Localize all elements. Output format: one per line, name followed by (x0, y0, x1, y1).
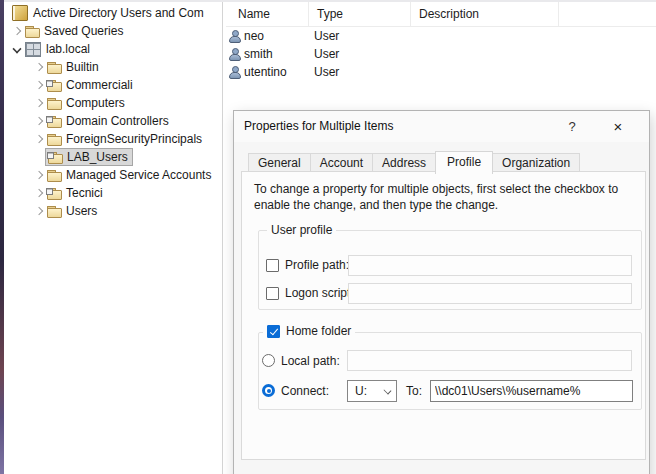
chevron-right-icon[interactable] (31, 185, 47, 201)
chevron-right-icon[interactable] (31, 77, 47, 93)
tab-address[interactable]: Address (373, 153, 436, 172)
tree-item-lab-users[interactable]: LAB_Users (4, 148, 222, 166)
tree-item-label: Active Directory Users and Com (33, 6, 204, 20)
connect-path-input[interactable] (430, 380, 633, 402)
folder-icon (47, 169, 62, 182)
chevron-right-icon[interactable] (31, 203, 47, 219)
user-icon (229, 48, 241, 61)
tree-item-computers[interactable]: Computers (4, 94, 222, 112)
home-folder-checkbox[interactable] (267, 325, 280, 338)
profile-path-input[interactable] (348, 255, 632, 276)
ou-folder-icon (47, 115, 62, 128)
aduc-screenshot: Active Directory Users and Com Saved Que… (0, 0, 656, 474)
tree-item-label: Commerciali (66, 78, 133, 92)
dialog-tabstrip: General Account Address Profile Organiza… (248, 152, 580, 172)
chevron-right-icon[interactable] (31, 167, 47, 183)
tree-item-saved-queries[interactable]: Saved Queries (4, 22, 222, 40)
list-item-smith[interactable]: smith User (226, 45, 656, 63)
tab-account[interactable]: Account (311, 153, 373, 172)
logon-script-input[interactable] (348, 283, 632, 304)
list-cell-type: User (314, 63, 416, 81)
ou-folder-icon (47, 187, 62, 200)
folder-icon (47, 205, 62, 218)
user-icon (229, 30, 241, 43)
list-cell-name: smith (241, 45, 314, 63)
properties-dialog: Properties for Multiple Items ? × Genera… (233, 110, 650, 474)
tree-item-label: ForeignSecurityPrincipals (66, 132, 202, 146)
list-header: Name Type Description (226, 2, 656, 27)
chevron-right-icon[interactable] (9, 23, 25, 39)
home-folder-label: Home folder (286, 324, 351, 338)
tree-item-builtin[interactable]: Builtin (4, 58, 222, 76)
ou-folder-icon (47, 79, 62, 92)
tree-item-domain-controllers[interactable]: Domain Controllers (4, 112, 222, 130)
tree-item-label: LAB_Users (67, 150, 128, 164)
tree-item-managed-service-accounts[interactable]: Managed Service Accounts (4, 166, 222, 184)
profile-tab-page: To change a property for multiple object… (241, 171, 646, 460)
profile-path-label: Profile path: (285, 258, 349, 272)
connect-to-label: To: (406, 384, 422, 398)
tree-item-label: Saved Queries (44, 24, 123, 38)
list-cell-type: User (314, 45, 416, 63)
chevron-placeholder (31, 149, 47, 165)
tree-item-label: Domain Controllers (66, 114, 169, 128)
help-button[interactable]: ? (555, 111, 589, 142)
active-directory-root-icon (12, 5, 28, 21)
connect-label: Connect: (281, 384, 329, 398)
list-cell-type: User (314, 27, 416, 45)
instruction-text: To change a property for multiple object… (254, 181, 639, 213)
column-header-type[interactable]: Type (309, 2, 411, 26)
tab-general[interactable]: General (248, 153, 311, 172)
chevron-right-icon[interactable] (31, 113, 47, 129)
logon-script-label: Logon script: (285, 286, 354, 300)
tree-selection-highlight: LAB_Users (45, 148, 133, 166)
tree-item-label: Users (66, 204, 97, 218)
tree-item-label: Computers (66, 96, 125, 110)
folder-icon (47, 97, 62, 110)
tree-item-users[interactable]: Users (4, 202, 222, 220)
local-path-input[interactable] (347, 350, 632, 371)
user-profile-group-label: User profile (267, 223, 336, 237)
chevron-down-icon[interactable] (9, 41, 25, 57)
folder-icon (25, 25, 40, 38)
home-folder-group: Home folder Local path: Connect: U: To: (258, 332, 642, 410)
logon-script-checkbox[interactable] (266, 287, 279, 300)
tab-organization[interactable]: Organization (493, 153, 580, 172)
list-item-utentino[interactable]: utentino User (226, 63, 656, 81)
column-header-name[interactable]: Name (226, 2, 309, 26)
tree-item-lab-local[interactable]: lab.local (4, 40, 222, 58)
column-header-description[interactable]: Description (411, 2, 559, 26)
list-cell-name: neo (241, 27, 314, 45)
chevron-down-icon (384, 387, 392, 395)
chevron-right-icon[interactable] (31, 59, 47, 75)
column-header-extra[interactable] (559, 2, 656, 26)
folder-icon (47, 61, 62, 74)
user-icon (229, 66, 241, 79)
tree-item-label: Builtin (66, 60, 99, 74)
tree-item-foreign-security-principals[interactable]: ForeignSecurityPrincipals (4, 130, 222, 148)
local-path-label: Local path: (281, 354, 340, 368)
tree-item-label: Tecnici (66, 186, 103, 200)
instruction-line-1: To change a property for multiple object… (254, 181, 639, 197)
tree-item-label: lab.local (46, 42, 90, 56)
list-cell-name: utentino (241, 63, 314, 81)
chevron-right-icon[interactable] (31, 131, 47, 147)
domain-icon (25, 42, 41, 57)
instruction-line-2: enable the change, and then type the cha… (254, 197, 639, 213)
chevron-right-icon[interactable] (31, 95, 47, 111)
tree-item-commerciali[interactable]: Commerciali (4, 76, 222, 94)
close-icon[interactable]: × (601, 111, 635, 142)
local-path-radio[interactable] (262, 354, 275, 367)
connect-radio[interactable] (262, 384, 275, 397)
drive-letter-select[interactable]: U: (347, 380, 397, 402)
folder-icon (47, 133, 62, 146)
tree-item-tecnici[interactable]: Tecnici (4, 184, 222, 202)
tree-item-label: Managed Service Accounts (66, 168, 211, 182)
tree-item-root[interactable]: Active Directory Users and Com (4, 4, 222, 22)
aduc-window: Active Directory Users and Com Saved Que… (4, 0, 656, 474)
list-item-neo[interactable]: neo User (226, 27, 656, 45)
drive-letter-value: U: (355, 381, 367, 401)
tab-profile[interactable]: Profile (435, 151, 493, 174)
user-profile-group: User profile Profile path: Logon script: (258, 230, 642, 310)
profile-path-checkbox[interactable] (266, 259, 279, 272)
